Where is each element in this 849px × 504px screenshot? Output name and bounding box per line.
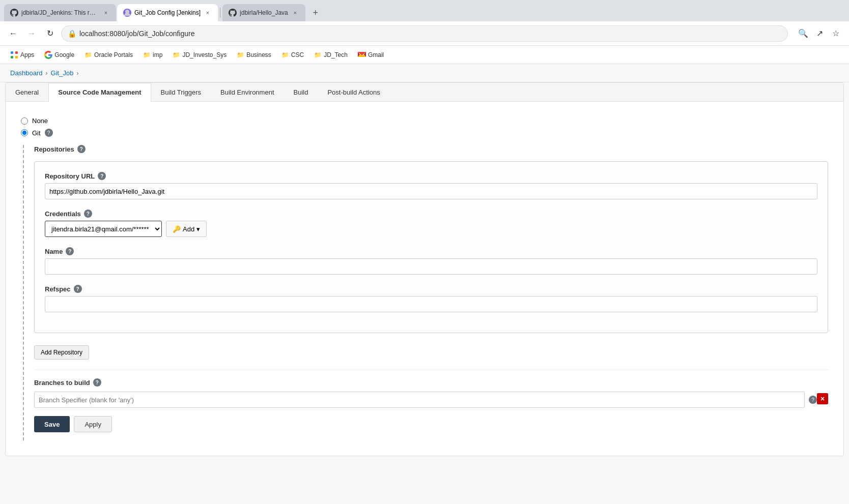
credentials-row: jitendra.birla21@qmail.com/****** 🔑 Add … — [45, 221, 817, 237]
search-button[interactable]: 🔍 — [796, 26, 810, 41]
tab-bar: jdbirla/JD_Jenkins: This repositor… × Gi… — [0, 0, 849, 21]
bookmark-button[interactable]: ☆ — [829, 26, 843, 41]
tab-3-title: jdbirla/Hello_Java — [240, 9, 288, 16]
name-input[interactable] — [45, 258, 817, 275]
bookmark-jdinvesto-label: JD_Investo_Sys — [182, 51, 227, 58]
gmail-icon — [358, 51, 366, 59]
save-button[interactable]: Save — [34, 416, 70, 432]
svg-rect-2 — [15, 51, 18, 54]
breadcrumb-arrow-2: › — [76, 70, 78, 77]
refspec-label: Refspec ? — [45, 285, 817, 293]
repo-url-field-group: Repository URL ? — [45, 172, 817, 199]
folder-icon-csc: 📁 — [281, 51, 289, 58]
repositories-help-icon[interactable]: ? — [77, 145, 86, 153]
share-button[interactable]: ↗ — [812, 26, 827, 41]
credentials-help-icon[interactable]: ? — [84, 210, 92, 218]
branches-label-text: Branches to build — [34, 379, 90, 387]
folder-icon-imp: 📁 — [143, 51, 151, 58]
tab-2-title: Git_Job Config [Jenkins] — [134, 9, 201, 16]
refspec-input[interactable] — [45, 296, 817, 312]
breadcrumb: Dashboard › Git_Job › — [0, 64, 849, 82]
repo-url-input[interactable] — [45, 183, 817, 199]
bookmark-apps[interactable]: Apps — [6, 49, 38, 61]
tab-scm[interactable]: Source Code Management — [48, 83, 151, 102]
git-section: Repositories ? Repository URL ? — [23, 145, 828, 440]
page-content: Dashboard › Git_Job › General Source Cod… — [0, 64, 849, 504]
repo-url-label: Repository URL ? — [45, 172, 817, 180]
tab-2-icon — [123, 9, 131, 17]
add-credentials-button[interactable]: 🔑 Add ▾ — [166, 221, 207, 237]
bookmark-csc[interactable]: 📁 CSC — [277, 49, 308, 61]
tab-3-close[interactable]: × — [291, 9, 299, 17]
svg-rect-3 — [11, 56, 13, 58]
name-help-icon[interactable]: ? — [66, 247, 74, 255]
tab-1[interactable]: jdbirla/JD_Jenkins: This repositor… × — [4, 4, 116, 21]
radio-none[interactable] — [21, 117, 28, 125]
branch-specifier-input[interactable] — [34, 392, 805, 408]
credentials-label: Credentials ? — [45, 210, 817, 218]
bookmark-jdtech[interactable]: 📁 JD_Tech — [310, 49, 352, 61]
forward-button[interactable]: → — [24, 26, 39, 41]
nav-right-icons: 🔍 ↗ ☆ — [796, 26, 843, 41]
tab-build[interactable]: Build — [284, 83, 318, 101]
radio-git-label: Git — [32, 129, 41, 137]
bookmark-business[interactable]: 📁 Business — [233, 49, 275, 61]
bookmark-jdinvesto[interactable]: 📁 JD_Investo_Sys — [168, 49, 231, 61]
tab-separator — [220, 8, 220, 18]
browser-window: jdbirla/JD_Jenkins: This repositor… × Gi… — [0, 0, 849, 504]
bookmark-csc-label: CSC — [291, 51, 304, 58]
form-content: None Git ? Repositories ? — [6, 102, 843, 456]
branches-help-icon[interactable]: ? — [93, 378, 101, 387]
bookmark-jdtech-label: JD_Tech — [324, 51, 348, 58]
bookmark-imp-label: imp — [153, 51, 162, 58]
refspec-label-text: Refspec — [45, 285, 71, 293]
breadcrumb-gitjob[interactable]: Git_Job — [51, 69, 74, 77]
branch-delete-button[interactable]: × — [817, 393, 828, 404]
reload-button[interactable]: ↻ — [43, 26, 57, 41]
folder-icon-jdtech: 📁 — [314, 51, 322, 58]
radio-none-item: None — [21, 117, 828, 125]
branches-section: Branches to build ? ? × — [34, 370, 828, 440]
action-buttons: Save Apply — [34, 408, 828, 440]
repo-url-help-icon[interactable]: ? — [98, 172, 106, 180]
credentials-select[interactable]: jitendra.birla21@qmail.com/****** — [45, 221, 162, 237]
url-text: localhost:8080/job/Git_Job/configure — [79, 29, 194, 38]
bookmark-imp[interactable]: 📁 imp — [139, 49, 166, 61]
add-label: Add — [183, 225, 194, 233]
tab-1-close[interactable]: × — [102, 9, 110, 17]
repo-url-label-text: Repository URL — [45, 172, 95, 180]
key-icon: 🔑 — [173, 225, 181, 233]
bookmark-oracle[interactable]: 📁 Oracle Portals — [80, 49, 137, 61]
svg-rect-4 — [15, 56, 18, 58]
refspec-help-icon[interactable]: ? — [74, 285, 82, 293]
branch-specifier-help-icon[interactable]: ? — [809, 396, 817, 404]
tab-2-close[interactable]: × — [204, 9, 212, 17]
tab-general[interactable]: General — [6, 83, 48, 101]
radio-git[interactable] — [21, 129, 28, 136]
branches-header: Branches to build ? — [34, 378, 828, 387]
credentials-label-text: Credentials — [45, 210, 81, 218]
folder-icon-business: 📁 — [237, 51, 244, 58]
branch-bottom-row: ? × — [34, 392, 828, 408]
tab-3[interactable]: jdbirla/Hello_Java × — [222, 4, 305, 21]
branch-row: ? — [34, 392, 817, 408]
breadcrumb-arrow-1: › — [46, 70, 48, 77]
bookmark-oracle-label: Oracle Portals — [94, 51, 133, 58]
add-repository-button[interactable]: Add Repository — [34, 345, 89, 360]
tab-post-build[interactable]: Post-build Actions — [318, 83, 389, 101]
bookmark-google[interactable]: Google — [40, 49, 78, 61]
url-bar[interactable]: 🔒 localhost:8080/job/Git_Job/configure — [61, 25, 788, 42]
apply-button[interactable]: Apply — [74, 416, 112, 432]
tab-2[interactable]: Git_Job Config [Jenkins] × — [117, 4, 218, 21]
repositories-header: Repositories ? — [34, 145, 828, 153]
back-button[interactable]: ← — [6, 26, 20, 41]
name-label-text: Name — [45, 248, 63, 255]
tab-build-triggers[interactable]: Build Triggers — [151, 83, 211, 101]
repositories-section: Repository URL ? Credentials ? — [34, 161, 828, 333]
bookmark-apps-label: Apps — [20, 51, 34, 58]
git-help-icon[interactable]: ? — [45, 129, 53, 137]
new-tab-button[interactable]: + — [308, 6, 323, 20]
bookmark-gmail[interactable]: Gmail — [354, 49, 388, 61]
tab-build-environment[interactable]: Build Environment — [211, 83, 284, 101]
breadcrumb-dashboard[interactable]: Dashboard — [10, 69, 43, 77]
